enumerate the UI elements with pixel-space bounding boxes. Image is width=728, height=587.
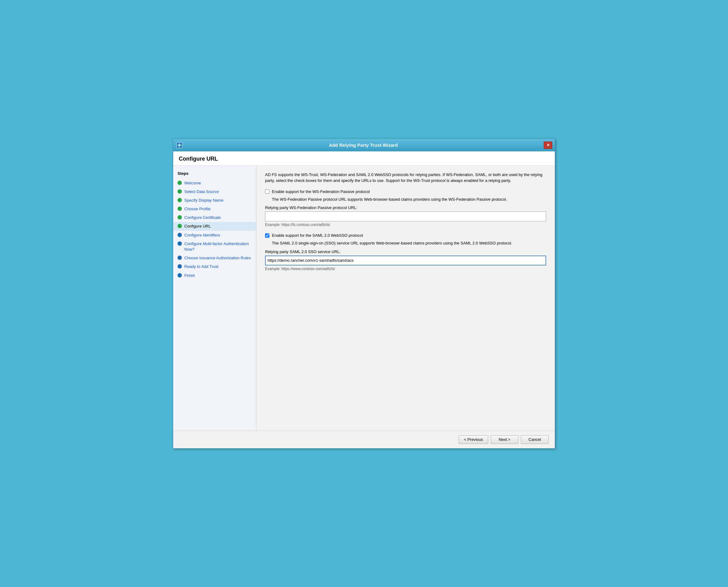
sidebar-item-choose-profile[interactable]: Choose Profile (173, 205, 256, 213)
sidebar-item-label-finish: Finish (184, 273, 195, 278)
saml-url-input[interactable] (265, 256, 546, 265)
sidebar-item-configure-url[interactable]: Configure URL (173, 222, 256, 231)
footer: < Previous Next > Cancel (173, 431, 555, 448)
sidebar-item-configure-multifactor[interactable]: Configure Multi-factor Authentication No… (173, 239, 256, 254)
sidebar-item-label-choose-issuance: Choose Issuance Authorization Rules (184, 255, 251, 261)
sidebar-item-label-specify-display-name: Specify Display Name (184, 197, 223, 203)
cancel-button[interactable]: Cancel (521, 435, 549, 444)
sidebar-item-ready-to-add[interactable]: Ready to Add Trust (173, 262, 256, 271)
step-dot-configure-multifactor (177, 241, 182, 246)
close-button[interactable]: ✕ (544, 141, 552, 149)
sidebar-item-label-welcome: Welcome (184, 180, 201, 186)
ws-federation-field-label: Relying party WS-Federation Passive prot… (265, 205, 546, 210)
page-title: Configure URL (179, 156, 218, 162)
ws-federation-checkbox[interactable] (265, 189, 269, 194)
saml-checkbox-row: Enable support for the SAML 2.0 WebSSO p… (265, 233, 546, 238)
sidebar-item-label-ready-to-add: Ready to Add Trust (184, 264, 219, 269)
saml-checkbox-label[interactable]: Enable support for the SAML 2.0 WebSSO p… (272, 233, 363, 238)
step-dot-configure-identifiers (177, 233, 182, 237)
ws-federation-section: Enable support for the WS-Federation Pas… (265, 189, 546, 227)
ws-federation-example: Example: https://fs.contoso.com/adfs/ls/ (265, 222, 546, 227)
sidebar-item-label-configure-certificate: Configure Certificate (184, 215, 221, 220)
step-dot-welcome (177, 181, 182, 185)
wizard-window: Add Relying Party Trust Wizard ✕ Configu… (173, 139, 555, 449)
intro-description: AD FS supports the WS-Trust, WS-Federati… (265, 172, 546, 184)
step-dot-choose-profile (177, 207, 182, 211)
ws-federation-checkbox-row: Enable support for the WS-Federation Pas… (265, 189, 546, 194)
title-bar: Add Relying Party Trust Wizard ✕ (173, 139, 555, 151)
sidebar-item-label-configure-identifiers: Configure Identifiers (184, 232, 220, 238)
step-dot-ready-to-add (177, 264, 182, 268)
main-content: Steps Welcome Select Data Source Specify… (173, 166, 555, 431)
content-area: AD FS supports the WS-Trust, WS-Federati… (257, 166, 555, 431)
sidebar-item-specify-display-name[interactable]: Specify Display Name (173, 196, 256, 205)
step-dot-choose-issuance (177, 256, 182, 260)
saml-checkbox[interactable] (265, 233, 269, 238)
saml-field-label: Relying party SAML 2.0 SSO service URL: (265, 250, 546, 254)
sidebar-item-label-configure-url: Configure URL (184, 224, 211, 229)
steps-label: Steps (173, 170, 256, 179)
sidebar-item-finish[interactable]: Finish (173, 271, 256, 280)
step-dot-select-data-source (177, 189, 182, 194)
ws-federation-sub-description: The WS-Federation Passive protocol URL s… (272, 196, 546, 203)
title-bar-title: Add Relying Party Trust Wizard (183, 142, 544, 148)
sidebar-item-choose-issuance[interactable]: Choose Issuance Authorization Rules (173, 254, 256, 262)
saml-sub-description: The SAML 2.0 single-sign-on (SSO) servic… (272, 240, 546, 246)
window-body: Configure URL Steps Welcome Select Data … (173, 151, 555, 448)
app-icon (176, 141, 183, 149)
step-dot-configure-url (177, 224, 182, 228)
sidebar-item-select-data-source[interactable]: Select Data Source (173, 187, 256, 196)
sidebar: Steps Welcome Select Data Source Specify… (173, 166, 257, 431)
window-header: Configure URL (173, 151, 555, 166)
step-dot-configure-certificate (177, 215, 182, 219)
step-dot-finish (177, 273, 182, 278)
sidebar-item-welcome[interactable]: Welcome (173, 179, 256, 187)
ws-federation-url-input[interactable] (265, 211, 546, 221)
step-dot-specify-display-name (177, 198, 182, 202)
saml-section: Enable support for the SAML 2.0 WebSSO p… (265, 233, 546, 271)
sidebar-item-label-choose-profile: Choose Profile (184, 206, 211, 212)
ws-federation-checkbox-label[interactable]: Enable support for the WS-Federation Pas… (272, 189, 370, 194)
sidebar-item-configure-identifiers[interactable]: Configure Identifiers (173, 231, 256, 239)
sidebar-item-configure-certificate[interactable]: Configure Certificate (173, 213, 256, 222)
sidebar-item-label-configure-multifactor: Configure Multi-factor Authentication No… (184, 241, 252, 252)
previous-button[interactable]: < Previous (459, 435, 488, 444)
next-button[interactable]: Next > (491, 435, 518, 444)
sidebar-item-label-select-data-source: Select Data Source (184, 189, 219, 194)
saml-example: Example: https://www.contoso.com/adfs/ls… (265, 267, 546, 271)
